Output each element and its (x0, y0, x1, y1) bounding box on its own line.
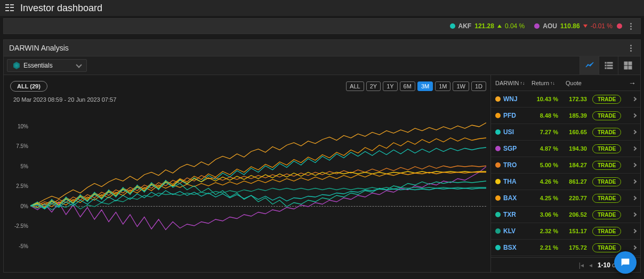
table-row[interactable]: KLV 2.32 % 151.17 TRADE (491, 223, 640, 240)
table-row[interactable]: TRO 5.00 % 184.27 TRADE (491, 157, 640, 174)
svg-rect-1 (607, 62, 613, 63)
series-line-klv (30, 187, 486, 210)
chevron-right-icon (632, 97, 637, 101)
row-quote: 184.27 (561, 162, 587, 168)
range-1m-button[interactable]: 1M (435, 81, 450, 91)
row-dot-icon (495, 195, 501, 201)
trade-button[interactable]: TRADE (592, 111, 621, 120)
range-6m-button[interactable]: 6M (400, 81, 415, 91)
svg-rect-7 (629, 62, 632, 65)
table-row[interactable]: THA 4.26 % 861.27 TRADE (491, 174, 640, 190)
row-quote: 861.27 (561, 178, 587, 185)
essentials-label: Essentials (23, 62, 53, 69)
trade-button[interactable]: TRADE (592, 194, 621, 203)
row-dot-icon (495, 96, 501, 102)
range-1w-button[interactable]: 1W (453, 81, 469, 91)
panel-toolbar: Essentials (4, 56, 640, 75)
row-dot-icon (495, 228, 501, 234)
view-list-button[interactable] (599, 56, 618, 75)
trade-button[interactable]: TRADE (592, 128, 621, 137)
panel-more-menu-icon[interactable] (626, 45, 635, 52)
trade-button[interactable]: TRADE (592, 243, 621, 252)
chart-area: ALL (29) ALL2Y1Y6M3M1M1W1D 20 Mar 2023 0… (4, 75, 490, 272)
svg-rect-5 (607, 68, 613, 69)
ticker-bar: AKF 121.28 0.04 % AOU 110.86 -0.01 % (3, 18, 641, 34)
more-menu-icon[interactable] (626, 23, 635, 30)
alert-dot-icon (617, 23, 622, 29)
row-return: 4.87 % (527, 145, 558, 152)
range-all-button[interactable]: ALL (346, 81, 364, 91)
range-3m-button[interactable]: 3M (417, 81, 433, 91)
trade-button[interactable]: TRADE (592, 210, 621, 219)
row-return: 5.00 % (527, 162, 558, 168)
row-quote: 185.39 (561, 112, 587, 119)
date-range-label: 20 Mar 2023 08:59 - 20 Jun 2023 07:57 (4, 94, 490, 103)
trade-button[interactable]: TRADE (592, 161, 621, 170)
table-row[interactable]: USI 7.27 % 160.65 TRADE (491, 124, 640, 141)
th-darwin[interactable]: DARWIN↑↓ (495, 80, 528, 86)
chevron-right-icon (632, 163, 637, 167)
row-quote: 160.65 (561, 129, 587, 135)
table-row[interactable]: SGP 4.87 % 194.30 TRADE (491, 141, 640, 157)
chart-canvas[interactable]: 10%7.5%5%2.5%0%-2.5%-5% (4, 106, 490, 266)
chat-button[interactable] (614, 251, 637, 274)
darwin-analysis-panel: DARWIN Analysis Essentials AL (3, 39, 641, 273)
ticker-item[interactable]: AKF 121.28 0.04 % (450, 22, 525, 30)
chevron-down-icon (76, 62, 82, 68)
series-line-sgp (30, 167, 486, 230)
row-quote: 194.30 (561, 145, 587, 152)
chevron-right-icon (632, 196, 637, 200)
ticker-dot-icon (450, 23, 455, 29)
essentials-dropdown[interactable]: Essentials (7, 59, 87, 72)
trade-button[interactable]: TRADE (592, 227, 621, 236)
pager-prev-button[interactable]: ◂ (589, 261, 592, 269)
expand-arrow-icon[interactable]: → (629, 79, 636, 87)
row-return: 8.48 % (527, 112, 558, 119)
view-grid-button[interactable] (618, 56, 637, 75)
triangle-up-icon (497, 24, 502, 28)
table-header: DARWIN↑↓ Return↑↓ Quote → (491, 75, 640, 91)
svg-rect-6 (624, 62, 627, 65)
svg-rect-9 (629, 66, 632, 69)
range-2y-button[interactable]: 2Y (366, 81, 381, 91)
row-dot-icon (495, 129, 501, 135)
th-quote[interactable]: Quote (566, 80, 591, 86)
svg-rect-8 (624, 66, 627, 69)
table-row[interactable]: PFD 8.48 % 185.39 TRADE (491, 108, 640, 124)
pager-first-button[interactable]: |◂ (579, 261, 584, 269)
range-1y-button[interactable]: 1Y (383, 81, 397, 91)
svg-rect-4 (605, 68, 606, 69)
row-dot-icon (495, 212, 501, 217)
chevron-right-icon (632, 130, 637, 134)
range-1d-button[interactable]: 1D (471, 81, 486, 91)
table-row[interactable]: WNJ 10.43 % 172.33 TRADE (491, 91, 640, 108)
th-return[interactable]: Return↑↓ (532, 80, 562, 86)
row-quote: 175.72 (561, 244, 587, 251)
row-return: 7.27 % (527, 129, 558, 135)
ticker-price: 121.28 (474, 22, 494, 30)
chevron-right-icon (632, 229, 637, 233)
row-dot-icon (495, 245, 501, 250)
all-filter-pill[interactable]: ALL (29) (10, 81, 47, 92)
view-chart-button[interactable] (579, 56, 599, 75)
row-return: 4.25 % (527, 195, 558, 201)
dashboard-grid-icon[interactable] (5, 4, 15, 12)
row-return: 3.06 % (527, 211, 558, 218)
ticker-dot-icon (534, 23, 540, 29)
row-dot-icon (495, 146, 501, 151)
y-tick-label: 2.5% (16, 183, 28, 189)
row-symbol: TXR (495, 211, 524, 218)
row-quote: 172.33 (561, 96, 587, 102)
table-row[interactable]: TXR 3.06 % 206.52 TRADE (491, 207, 640, 223)
table-row[interactable]: BAX 4.25 % 220.77 TRADE (491, 190, 640, 207)
row-symbol: WNJ (495, 95, 524, 103)
trade-button[interactable]: TRADE (592, 95, 621, 104)
darwin-table: DARWIN↑↓ Return↑↓ Quote → WNJ 10.43 % 17… (490, 75, 640, 272)
ticker-change: -0.01 % (591, 22, 613, 30)
chevron-right-icon (632, 245, 637, 250)
series-line-wnj (30, 123, 486, 206)
trade-button[interactable]: TRADE (592, 177, 621, 186)
trade-button[interactable]: TRADE (592, 144, 621, 153)
app-header: Investor dashboard (0, 0, 644, 16)
ticker-item[interactable]: AOU 110.86 -0.01 % (534, 22, 613, 30)
